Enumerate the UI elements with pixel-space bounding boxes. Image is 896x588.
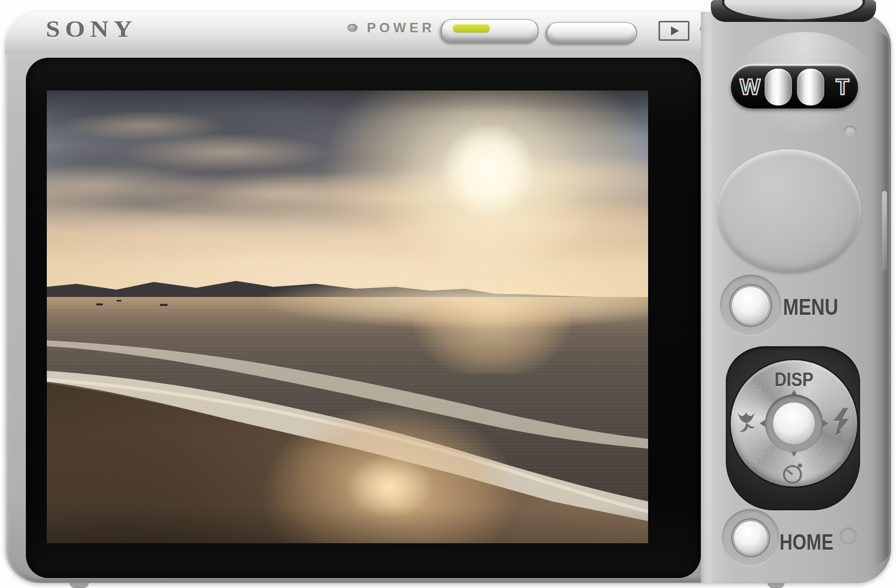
- photo-vignette: [47, 91, 648, 543]
- sony-logo: SONY: [46, 16, 137, 42]
- camera-back-photo: SONY POWER: [0, 0, 896, 588]
- thumb-rest: [717, 149, 861, 274]
- zoom-rocker[interactable]: W T: [731, 66, 858, 108]
- power-indicator: [453, 24, 490, 32]
- zoom-rocker-left-lobe[interactable]: [765, 69, 792, 105]
- power-label: POWER: [367, 20, 435, 36]
- self-timer-icon[interactable]: [782, 463, 804, 487]
- dial-center-button[interactable]: [773, 402, 815, 444]
- home-label: HOME: [780, 531, 833, 553]
- lcd-photo: [47, 91, 648, 543]
- lcd-bezel: [26, 58, 701, 578]
- flash-icon[interactable]: [831, 408, 851, 439]
- power-led: [347, 24, 357, 32]
- macro-flower-icon[interactable]: [735, 410, 758, 436]
- menu-button[interactable]: [732, 287, 769, 324]
- playback-button[interactable]: [547, 22, 637, 44]
- body-dimple: [844, 126, 857, 138]
- zoom-tele-label[interactable]: T: [836, 76, 849, 98]
- shutter-button[interactable]: [711, 0, 876, 22]
- disp-button[interactable]: DISP: [775, 370, 813, 389]
- shutter-button-cap: [722, 0, 865, 22]
- camera-body: SONY POWER: [5, 12, 891, 583]
- edge-highlight: [882, 191, 887, 271]
- menu-label: MENU: [783, 295, 838, 318]
- power-button[interactable]: [441, 19, 539, 43]
- zoom-wide-label[interactable]: W: [740, 76, 761, 98]
- playback-icon: [659, 21, 689, 41]
- zoom-rocker-slider[interactable]: [765, 69, 824, 105]
- zoom-rocker-right-lobe[interactable]: [797, 69, 824, 105]
- camera-right-edge: [872, 30, 891, 565]
- play-triangle-icon: [671, 26, 679, 35]
- control-dial[interactable]: DISP: [731, 360, 857, 487]
- body-indent: [840, 527, 857, 544]
- home-button[interactable]: [734, 521, 767, 554]
